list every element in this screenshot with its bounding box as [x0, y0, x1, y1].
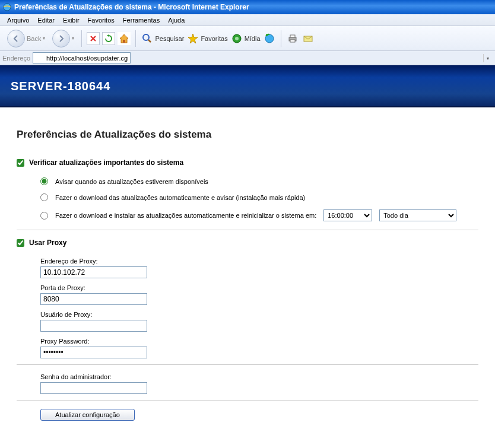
menu-ajuda[interactable]: Ajuda: [164, 15, 188, 25]
mail-icon: [302, 32, 315, 45]
use-proxy-checkbox[interactable]: [17, 239, 24, 247]
radio-download-label: Fazer o download das atualizações automa…: [55, 194, 305, 201]
admin-password-label: Senha do administrador:: [40, 373, 478, 380]
divider: [17, 364, 478, 365]
address-label: Endereço: [2, 55, 30, 62]
mail-button[interactable]: [302, 32, 315, 45]
refresh-icon: [104, 34, 113, 43]
forward-icon: [52, 30, 70, 47]
stop-icon: [89, 34, 97, 43]
admin-password-input[interactable]: [40, 382, 147, 394]
radio-download[interactable]: [40, 193, 48, 201]
history-button[interactable]: [263, 32, 276, 45]
ie-app-icon: [2, 2, 12, 12]
use-proxy-label: Usar Proxy: [29, 239, 66, 247]
svg-point-0: [4, 4, 11, 11]
address-bar: Endereço ▾: [0, 51, 495, 65]
proxy-fields: Endereço de Proxy: Porta de Proxy: Usuár…: [40, 258, 478, 358]
check-updates-checkbox[interactable]: [17, 159, 24, 167]
proxy-port-input[interactable]: [40, 293, 147, 305]
chevron-down-icon: ▾: [43, 36, 45, 41]
stop-button[interactable]: [87, 32, 100, 45]
toolbar: Back ▾ ▾ Pesquisar Favoritas Mídia: [0, 26, 495, 51]
back-icon: [7, 30, 25, 47]
proxy-password-label: Proxy Password:: [40, 338, 478, 345]
refresh-button[interactable]: [102, 32, 115, 45]
radio-install[interactable]: [40, 212, 48, 220]
search-icon: [141, 32, 154, 45]
address-dropdown-icon[interactable]: ▾: [483, 54, 491, 62]
search-label: Pesquisar: [155, 35, 184, 42]
media-icon: [230, 32, 243, 45]
back-label: Back: [27, 35, 41, 42]
proxy-user-label: Usuário de Proxy:: [40, 311, 478, 318]
address-input[interactable]: [33, 52, 131, 63]
menu-arquivo[interactable]: Arquivo: [4, 15, 33, 25]
favorites-button[interactable]: Favoritas: [186, 32, 227, 45]
page-heading: Preferências de Atualizações do sistema: [17, 129, 478, 141]
toolbar-separator: [81, 30, 82, 47]
proxy-user-input[interactable]: [40, 320, 147, 332]
home-icon: [118, 33, 130, 45]
menu-favoritos[interactable]: Favoritos: [84, 15, 118, 25]
divider: [17, 400, 478, 401]
history-icon: [263, 32, 276, 45]
forward-button[interactable]: ▾: [50, 28, 77, 49]
proxy-address-input[interactable]: [40, 266, 147, 278]
day-select[interactable]: Todo dia: [379, 209, 456, 221]
update-config-button[interactable]: Atualizar configuração: [40, 409, 135, 421]
media-label: Mídia: [245, 35, 261, 42]
proxy-port-label: Porta de Proxy:: [40, 284, 478, 291]
printer-icon: [286, 32, 299, 45]
check-updates-label: Verificar atualizações importantes do si…: [29, 158, 183, 167]
svg-point-4: [235, 37, 239, 40]
home-button[interactable]: [118, 32, 131, 45]
server-name: SERVER-180644: [11, 80, 110, 93]
window-title: Preferências de Atualizações do sistema …: [14, 3, 249, 11]
radio-install-label: Fazer o download e instalar as atualizaç…: [55, 212, 316, 219]
divider: [17, 230, 478, 230]
menu-bar: Arquivo Editar Exibir Favoritos Ferramen…: [0, 14, 495, 26]
svg-rect-8: [290, 40, 295, 42]
menu-ferramentas[interactable]: Ferramentas: [119, 15, 163, 25]
radio-notify[interactable]: [40, 177, 48, 185]
search-button[interactable]: Pesquisar: [141, 32, 184, 45]
svg-rect-7: [290, 35, 295, 37]
chevron-down-icon: ▾: [72, 36, 74, 41]
window-titlebar: Preferências de Atualizações do sistema …: [0, 0, 495, 14]
media-button[interactable]: Mídia: [230, 32, 261, 45]
browser-content: SERVER-180644 Preferências de Atualizaçõ…: [0, 65, 495, 433]
menu-exibir[interactable]: Exibir: [59, 15, 83, 25]
radio-notify-label: Avisar quando as atualizações estiverem …: [55, 178, 208, 185]
menu-editar[interactable]: Editar: [34, 15, 58, 25]
page-body: Preferências de Atualizações do sistema …: [0, 107, 495, 433]
toolbar-separator: [281, 30, 281, 47]
server-banner: SERVER-180644: [0, 65, 495, 107]
proxy-password-input[interactable]: [40, 347, 147, 358]
svg-point-2: [143, 34, 149, 40]
svg-rect-1: [123, 40, 125, 43]
favorites-label: Favoritas: [201, 35, 227, 42]
update-mode-radiogroup: Avisar quando as atualizações estiverem …: [40, 177, 478, 221]
back-button[interactable]: Back ▾: [5, 28, 47, 49]
time-select[interactable]: 16:00:00: [323, 209, 372, 221]
toolbar-separator: [135, 30, 136, 47]
star-icon: [186, 32, 199, 45]
proxy-address-label: Endereço de Proxy:: [40, 258, 478, 265]
print-button[interactable]: [286, 32, 299, 45]
